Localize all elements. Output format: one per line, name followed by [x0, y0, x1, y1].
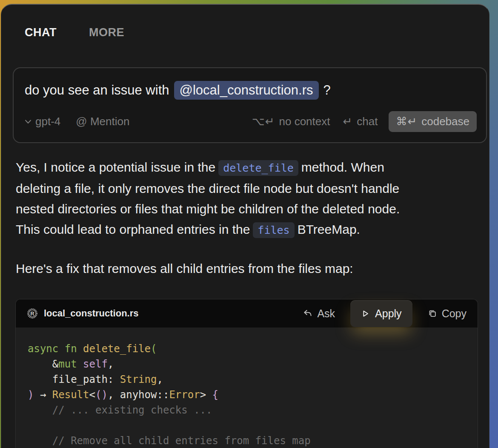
reply-arrow-icon	[303, 309, 312, 318]
code-line: ) → Result<(), anyhow::Error> {	[28, 387, 470, 402]
codebase-button[interactable]: ⌘↵ codebase	[389, 111, 477, 132]
ask-button[interactable]: Ask	[303, 307, 335, 320]
composer-toolbar: gpt-4 @ Mention ⌥↵ no context ↵ chat ⌘↵ …	[25, 111, 477, 132]
model-name: gpt-4	[35, 115, 60, 128]
tab-chat[interactable]: CHAT	[25, 26, 57, 39]
chevron-down-icon	[25, 120, 31, 124]
model-selector[interactable]: gpt-4	[25, 115, 60, 128]
code-content: async fn delete_file( &mut self, file_pa…	[16, 327, 478, 448]
mention-action[interactable]: @ Mention	[76, 115, 129, 128]
response-text: Yes, I notice a potential issue in the	[16, 160, 215, 174]
chat-submit-hint[interactable]: ↵ chat	[343, 115, 378, 128]
tab-bar: CHAT MORE	[25, 26, 124, 39]
apply-button[interactable]: Apply	[350, 300, 412, 327]
code-actions: Ask Apply Copy	[303, 307, 467, 321]
code-line: // Remove all child entries from files m…	[28, 433, 470, 448]
assistant-response: Yes, I notice a potential issue in thede…	[16, 157, 484, 241]
chat-label: chat	[357, 115, 378, 128]
copy-button[interactable]: Copy	[428, 307, 467, 320]
ask-label: Ask	[317, 307, 335, 320]
code-filename: local_construction.rs	[44, 308, 139, 319]
code-line: async fn delete_file(	[28, 341, 470, 356]
response-text: method. When	[301, 160, 384, 174]
response-text: deleting a file, it only removes the dir…	[16, 181, 399, 195]
copy-icon	[428, 309, 437, 318]
no-context-label: no context	[279, 115, 330, 128]
play-icon	[361, 309, 370, 318]
code-line	[28, 418, 470, 433]
response-text: nested directories or files that might b…	[16, 202, 400, 216]
response-text: This could lead to orphaned entries in t…	[16, 222, 250, 236]
cmd-return-keys: ⌘↵	[396, 115, 417, 128]
return-key: ↵	[343, 115, 352, 128]
response-text: BTreeMap.	[298, 222, 360, 236]
composer-text-before: do you see an issue with	[25, 83, 169, 98]
composer-text-after: ?	[323, 83, 331, 98]
apply-label: Apply	[375, 307, 402, 320]
composer-input[interactable]: do you see an issue with @local_construc…	[13, 67, 487, 143]
copy-label: Copy	[442, 307, 467, 320]
inline-code-delete-file: delete_file	[218, 160, 298, 176]
chat-panel: CHAT MORE do you see an issue with @loca…	[1, 4, 489, 448]
tab-more[interactable]: MORE	[89, 26, 124, 39]
code-line: file_path: String,	[28, 372, 470, 387]
option-return-keys: ⌥↵	[252, 115, 275, 128]
codebase-label: codebase	[421, 115, 469, 128]
rust-icon: R	[27, 308, 38, 319]
svg-text:R: R	[30, 310, 34, 317]
code-block-header: R local_construction.rs Ask Apply	[16, 299, 478, 327]
code-line: &mut self,	[28, 356, 470, 372]
code-line: // ... existing checks ...	[28, 402, 470, 418]
code-block: R local_construction.rs Ask Apply	[15, 299, 478, 448]
inline-code-files: files	[253, 222, 294, 238]
composer-text[interactable]: do you see an issue with @local_construc…	[25, 81, 331, 100]
mention-chip[interactable]: @local_construction.rs	[174, 81, 319, 100]
response-paragraph-2: Here's a fix that removes all child entr…	[16, 261, 484, 276]
no-context-hint[interactable]: ⌥↵ no context	[252, 115, 330, 128]
